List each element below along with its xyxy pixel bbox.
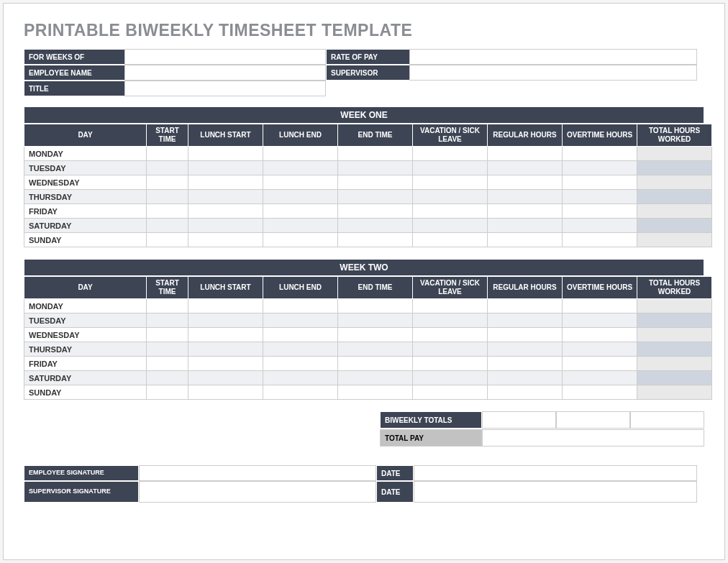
time-cell[interactable]: [147, 190, 188, 204]
time-cell[interactable]: [263, 175, 338, 190]
time-cell[interactable]: [563, 190, 637, 204]
time-cell[interactable]: [637, 299, 712, 313]
time-cell[interactable]: [147, 299, 188, 313]
time-cell[interactable]: [338, 299, 413, 313]
time-cell[interactable]: [263, 371, 338, 385]
title-field[interactable]: [124, 81, 326, 96]
time-cell[interactable]: [563, 385, 637, 400]
time-cell[interactable]: [563, 161, 637, 175]
time-cell[interactable]: [413, 328, 488, 342]
time-cell[interactable]: [188, 371, 263, 385]
time-cell[interactable]: [637, 190, 712, 204]
time-cell[interactable]: [637, 342, 712, 357]
time-cell[interactable]: [338, 190, 413, 204]
time-cell[interactable]: [338, 313, 413, 328]
time-cell[interactable]: [488, 219, 563, 233]
time-cell[interactable]: [188, 342, 263, 357]
employee-date-field[interactable]: [414, 465, 697, 481]
time-cell[interactable]: [147, 385, 188, 400]
time-cell[interactable]: [188, 299, 263, 313]
time-cell[interactable]: [563, 371, 637, 385]
time-cell[interactable]: [413, 313, 488, 328]
time-cell[interactable]: [563, 204, 637, 219]
time-cell[interactable]: [637, 313, 712, 328]
time-cell[interactable]: [338, 371, 413, 385]
time-cell[interactable]: [188, 328, 263, 342]
time-cell[interactable]: [147, 342, 188, 357]
time-cell[interactable]: [147, 328, 188, 342]
time-cell[interactable]: [338, 357, 413, 371]
time-cell[interactable]: [637, 385, 712, 400]
time-cell[interactable]: [263, 299, 338, 313]
time-cell[interactable]: [188, 204, 263, 219]
time-cell[interactable]: [147, 147, 188, 161]
time-cell[interactable]: [147, 357, 188, 371]
time-cell[interactable]: [637, 328, 712, 342]
time-cell[interactable]: [413, 371, 488, 385]
time-cell[interactable]: [413, 190, 488, 204]
biweekly-overtime-cell[interactable]: [556, 411, 630, 429]
biweekly-regular-cell[interactable]: [482, 411, 556, 429]
time-cell[interactable]: [413, 175, 488, 190]
time-cell[interactable]: [413, 161, 488, 175]
time-cell[interactable]: [488, 313, 563, 328]
time-cell[interactable]: [147, 204, 188, 219]
time-cell[interactable]: [338, 147, 413, 161]
time-cell[interactable]: [188, 219, 263, 233]
time-cell[interactable]: [413, 233, 488, 247]
time-cell[interactable]: [637, 161, 712, 175]
time-cell[interactable]: [338, 219, 413, 233]
time-cell[interactable]: [188, 147, 263, 161]
rate-of-pay-field[interactable]: [409, 49, 697, 65]
time-cell[interactable]: [563, 233, 637, 247]
time-cell[interactable]: [188, 385, 263, 400]
time-cell[interactable]: [563, 313, 637, 328]
time-cell[interactable]: [188, 233, 263, 247]
time-cell[interactable]: [338, 385, 413, 400]
time-cell[interactable]: [637, 147, 712, 161]
time-cell[interactable]: [563, 357, 637, 371]
time-cell[interactable]: [338, 161, 413, 175]
time-cell[interactable]: [563, 175, 637, 190]
time-cell[interactable]: [263, 147, 338, 161]
supervisor-field[interactable]: [409, 65, 697, 81]
time-cell[interactable]: [413, 357, 488, 371]
time-cell[interactable]: [637, 219, 712, 233]
time-cell[interactable]: [263, 328, 338, 342]
time-cell[interactable]: [488, 385, 563, 400]
time-cell[interactable]: [147, 233, 188, 247]
time-cell[interactable]: [488, 147, 563, 161]
employee-signature-field[interactable]: [139, 465, 376, 481]
time-cell[interactable]: [147, 161, 188, 175]
time-cell[interactable]: [147, 219, 188, 233]
time-cell[interactable]: [338, 204, 413, 219]
time-cell[interactable]: [147, 175, 188, 190]
time-cell[interactable]: [188, 161, 263, 175]
time-cell[interactable]: [488, 328, 563, 342]
time-cell[interactable]: [563, 342, 637, 357]
time-cell[interactable]: [188, 175, 263, 190]
time-cell[interactable]: [338, 233, 413, 247]
time-cell[interactable]: [147, 313, 188, 328]
time-cell[interactable]: [637, 371, 712, 385]
supervisor-date-field[interactable]: [414, 481, 697, 503]
time-cell[interactable]: [563, 299, 637, 313]
time-cell[interactable]: [413, 342, 488, 357]
time-cell[interactable]: [488, 342, 563, 357]
time-cell[interactable]: [637, 204, 712, 219]
time-cell[interactable]: [188, 190, 263, 204]
time-cell[interactable]: [413, 204, 488, 219]
time-cell[interactable]: [413, 299, 488, 313]
time-cell[interactable]: [263, 233, 338, 247]
time-cell[interactable]: [188, 357, 263, 371]
time-cell[interactable]: [413, 219, 488, 233]
time-cell[interactable]: [637, 233, 712, 247]
time-cell[interactable]: [338, 175, 413, 190]
time-cell[interactable]: [338, 328, 413, 342]
time-cell[interactable]: [488, 161, 563, 175]
supervisor-signature-field[interactable]: [139, 481, 376, 503]
time-cell[interactable]: [563, 219, 637, 233]
time-cell[interactable]: [637, 175, 712, 190]
total-pay-cell[interactable]: [482, 429, 704, 447]
time-cell[interactable]: [263, 190, 338, 204]
